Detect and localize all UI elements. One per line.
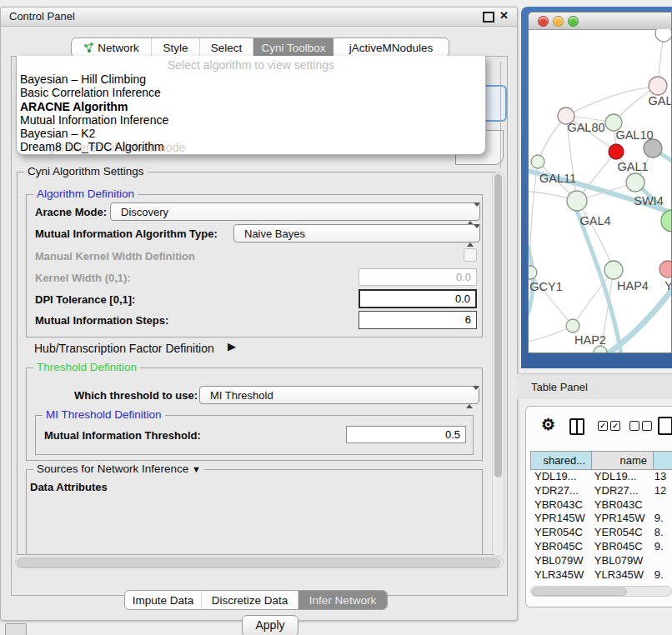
spinner-arrows-icon bbox=[467, 207, 474, 222]
network-node-gal4[interactable] bbox=[567, 191, 587, 211]
network-view-window[interactable]: GALGAL80GAL10GAL1GAL11SWI4GAL4GCY1HAP4YH… bbox=[528, 12, 672, 353]
hub-expand-arrow-icon[interactable]: ▶ bbox=[228, 340, 236, 352]
network-node[interactable] bbox=[609, 144, 624, 159]
network-node-hap2[interactable] bbox=[566, 319, 579, 332]
checked-checkbox-icon[interactable]: ✓ bbox=[610, 421, 620, 431]
algorithm-option[interactable]: Mutual Information Inference bbox=[20, 113, 482, 127]
spinner-arrows-icon bbox=[467, 228, 474, 243]
network-node-gal[interactable] bbox=[649, 77, 667, 95]
network-window-titlebar[interactable] bbox=[529, 12, 671, 30]
table-row[interactable]: YIL052CYIL052C9. bbox=[530, 582, 672, 584]
network-node-gal1[interactable] bbox=[626, 173, 644, 192]
tab-select[interactable]: Select bbox=[200, 38, 253, 57]
cyni-algorithm-settings-group: Cyni Algorithm Settings Algorithm Defini… bbox=[17, 172, 495, 555]
algorithm-option[interactable]: Basic Correlation Inference bbox=[20, 86, 482, 99]
table-cell: 8. bbox=[650, 526, 672, 540]
table-cell: YBL079W bbox=[530, 554, 590, 568]
sources-title: Sources for Network Inference ▼ bbox=[33, 462, 204, 475]
tab-label: jActiveMNodules bbox=[349, 42, 434, 54]
scrollbar-thumb[interactable] bbox=[532, 588, 627, 596]
dpi-tolerance-field[interactable]: 0.0 bbox=[359, 289, 477, 308]
column-header[interactable]: shared... bbox=[530, 451, 592, 470]
scrollbar-thumb[interactable] bbox=[17, 558, 500, 568]
network-node-swi4[interactable] bbox=[661, 210, 671, 232]
mi-algorithm-type-combobox[interactable]: Naive Bayes bbox=[233, 224, 480, 242]
checked-checkbox-icon[interactable]: ✓ bbox=[598, 421, 608, 431]
unchecked-checkbox-icon[interactable] bbox=[642, 421, 652, 431]
table-cell: YBR045C bbox=[530, 540, 590, 554]
table-cell bbox=[650, 554, 672, 568]
kernel-width-field[interactable]: 0.0 bbox=[359, 268, 477, 286]
table-cell: 9. bbox=[650, 568, 672, 582]
network-icon bbox=[83, 42, 94, 53]
table-cell: YER054C bbox=[590, 526, 650, 540]
tab-label: Select bbox=[211, 42, 243, 54]
tab-label: Network bbox=[98, 42, 139, 54]
unchecked-checkbox-icon[interactable] bbox=[629, 421, 639, 431]
tab-network[interactable]: Network bbox=[72, 38, 152, 57]
table-panel-header: Table Panel bbox=[517, 373, 672, 399]
algorithm-option[interactable]: ARACNE Algorithm bbox=[20, 100, 482, 113]
tab-cyni-toolbox[interactable]: Cyni Toolbox bbox=[253, 38, 333, 57]
close-traffic-light[interactable] bbox=[538, 16, 549, 27]
mi-algorithm-type-value: Naive Bayes bbox=[244, 228, 305, 240]
float-window-icon[interactable] bbox=[483, 12, 494, 22]
algorithm-option[interactable]: Bayesian – Hill Climbing bbox=[20, 72, 482, 86]
bottom-tab-infer-network[interactable]: Infer Network bbox=[298, 591, 387, 609]
bottom-tab-discretize-data[interactable]: Discretize Data bbox=[202, 591, 298, 609]
settings-horizontal-scrollbar[interactable] bbox=[15, 557, 504, 568]
which-threshold-combobox[interactable]: MI Threshold bbox=[199, 386, 479, 404]
table-body: YDL19...YDL19...13YDR27...YDR27...12YBR0… bbox=[530, 470, 672, 584]
apply-button[interactable]: Apply bbox=[242, 615, 298, 635]
network-edge bbox=[566, 86, 658, 116]
tab-label: Discretize Data bbox=[212, 594, 288, 607]
tab-style[interactable]: Style bbox=[152, 38, 200, 57]
table-cell: 9. bbox=[650, 582, 672, 584]
gear-icon[interactable]: ⚙ bbox=[541, 417, 555, 432]
table-row[interactable]: YBR043CYBR043C bbox=[530, 498, 672, 512]
table-horizontal-scrollbar[interactable] bbox=[530, 586, 672, 597]
network-node[interactable] bbox=[644, 139, 662, 158]
table-panel-card: ⚙ ✓ ✓ shared...name YDL19...YDL19...13YD… bbox=[525, 406, 672, 608]
manual-kernel-width-checkbox[interactable] bbox=[464, 248, 477, 262]
bottom-tab-impute-data[interactable]: Impute Data bbox=[125, 591, 202, 609]
network-node-gal11[interactable] bbox=[531, 155, 544, 168]
network-node-hap4[interactable] bbox=[604, 261, 623, 279]
sources-collapse-arrow-icon[interactable]: ▼ bbox=[192, 464, 201, 474]
column-header[interactable] bbox=[654, 451, 672, 470]
column-header[interactable]: name bbox=[592, 451, 654, 470]
scrollbar-thumb[interactable] bbox=[494, 174, 502, 478]
network-node-y[interactable] bbox=[659, 261, 671, 278]
network-node-gcy1[interactable] bbox=[529, 266, 537, 279]
table-row[interactable]: YLR345WYLR345W9. bbox=[530, 568, 672, 582]
tab-label: Cyni Toolbox bbox=[261, 42, 325, 54]
network-node[interactable] bbox=[594, 346, 607, 352]
aracne-mode-combobox[interactable]: Discovery bbox=[110, 202, 480, 221]
document-icon[interactable] bbox=[658, 417, 672, 435]
split-columns-icon[interactable] bbox=[569, 418, 584, 435]
minimize-traffic-light[interactable] bbox=[553, 16, 564, 27]
algorithm-option[interactable]: Bayesian – K2 bbox=[20, 127, 482, 140]
table-row[interactable]: YBL079WYBL079W bbox=[530, 554, 672, 568]
table-cell: YIL052C bbox=[530, 582, 590, 584]
table-row[interactable]: YDR27...YDR27...12 bbox=[530, 484, 672, 498]
tab-jactivemnodules[interactable]: jActiveMNodules bbox=[333, 38, 449, 57]
aracne-mode-value: Discovery bbox=[121, 206, 168, 218]
table-row[interactable]: YPR145WYPR145W9. bbox=[530, 512, 672, 526]
algorithm-option[interactable]: Dream8 DC_TDC Algorithm bbox=[20, 140, 482, 153]
settings-vertical-scrollbar[interactable] bbox=[492, 172, 504, 557]
mi-threshold-field[interactable]: 0.5 bbox=[346, 426, 466, 443]
network-canvas[interactable]: GALGAL80GAL10GAL1GAL11SWI4GAL4GCY1HAP4YH… bbox=[529, 29, 671, 352]
close-icon[interactable]: ✕ bbox=[499, 9, 509, 22]
which-threshold-label: Which threshold to use: bbox=[74, 389, 198, 402]
table-cell: YDL19... bbox=[530, 470, 590, 484]
zoom-traffic-light[interactable] bbox=[568, 16, 579, 27]
table-row[interactable]: YER054CYER054C8. bbox=[530, 526, 672, 540]
table-row[interactable]: YDL19...YDL19...13 bbox=[530, 470, 672, 484]
tab-label: Impute Data bbox=[133, 594, 194, 607]
collapsed-panel-button[interactable] bbox=[5, 623, 27, 635]
mi-steps-field[interactable]: 6 bbox=[359, 311, 477, 329]
algorithm-dropdown-popup: Select algorithm to view settings Bayesi… bbox=[16, 56, 486, 155]
network-node[interactable] bbox=[655, 29, 671, 42]
table-row[interactable]: YBR045CYBR045C9. bbox=[530, 540, 672, 554]
